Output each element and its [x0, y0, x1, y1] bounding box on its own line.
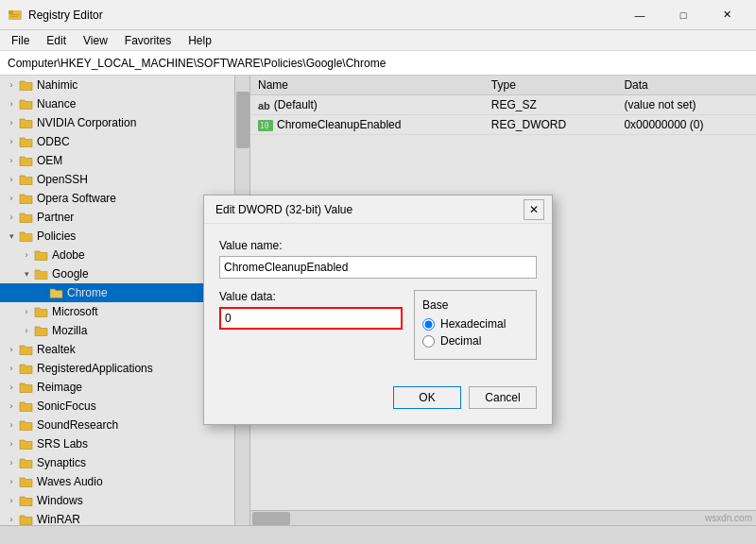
svg-rect-3 — [10, 16, 18, 17]
menu-file[interactable]: File — [4, 32, 37, 49]
address-path: Computer\HKEY_LOCAL_MACHINE\SOFTWARE\Pol… — [8, 57, 386, 70]
base-title: Base — [422, 298, 528, 312]
registry-editor-icon — [8, 8, 23, 23]
menu-edit[interactable]: Edit — [39, 32, 74, 49]
edit-dword-dialog: Edit DWORD (32-bit) Value ✕ Value name: … — [203, 195, 553, 425]
base-section: Base Hexadecimal Decimal — [414, 290, 537, 360]
hexadecimal-option[interactable]: Hexadecimal — [422, 317, 528, 331]
address-bar: Computer\HKEY_LOCAL_MACHINE\SOFTWARE\Pol… — [0, 51, 756, 76]
title-text: Registry Editor — [28, 8, 103, 22]
menu-help[interactable]: Help — [180, 32, 219, 49]
menu-view[interactable]: View — [76, 32, 115, 49]
decimal-option[interactable]: Decimal — [422, 334, 528, 348]
value-data-input[interactable] — [219, 307, 403, 330]
dialog-row: Value data: Base Hexadecimal Decimal — [219, 290, 537, 360]
dialog-overlay: Edit DWORD (32-bit) Value ✕ Value name: … — [0, 76, 756, 544]
close-button[interactable]: ✕ — [705, 0, 748, 30]
title-bar-left: Registry Editor — [8, 8, 103, 23]
dialog-footer: OK Cancel — [204, 375, 552, 424]
svg-rect-1 — [9, 10, 13, 14]
ok-button[interactable]: OK — [393, 386, 461, 409]
minimize-button[interactable]: — — [618, 0, 662, 30]
value-name-label: Value name: — [219, 239, 537, 252]
value-data-label: Value data: — [219, 290, 403, 303]
dialog-body: Value name: Value data: Base Hexadecimal — [204, 224, 552, 375]
main-content: ›Nahimic›Nuance›NVIDIA Corporation›ODBC›… — [0, 76, 756, 544]
dialog-title: Edit DWORD (32-bit) Value — [215, 203, 352, 216]
hexadecimal-radio[interactable] — [422, 318, 435, 331]
maximize-button[interactable]: □ — [662, 0, 705, 30]
title-bar: Registry Editor — □ ✕ — [0, 0, 756, 30]
title-bar-controls: — □ ✕ — [618, 0, 748, 30]
cancel-button[interactable]: Cancel — [469, 386, 537, 409]
value-name-input[interactable] — [219, 256, 537, 279]
decimal-radio[interactable] — [422, 335, 435, 348]
dialog-title-bar: Edit DWORD (32-bit) Value ✕ — [204, 196, 552, 224]
value-data-section: Value data: — [219, 290, 403, 330]
svg-rect-2 — [10, 14, 20, 15]
dialog-close-button[interactable]: ✕ — [524, 199, 544, 220]
decimal-label: Decimal — [440, 334, 481, 348]
menu-favorites[interactable]: Favorites — [117, 32, 179, 49]
menu-bar: File Edit View Favorites Help — [0, 30, 756, 51]
hexadecimal-label: Hexadecimal — [440, 317, 506, 331]
